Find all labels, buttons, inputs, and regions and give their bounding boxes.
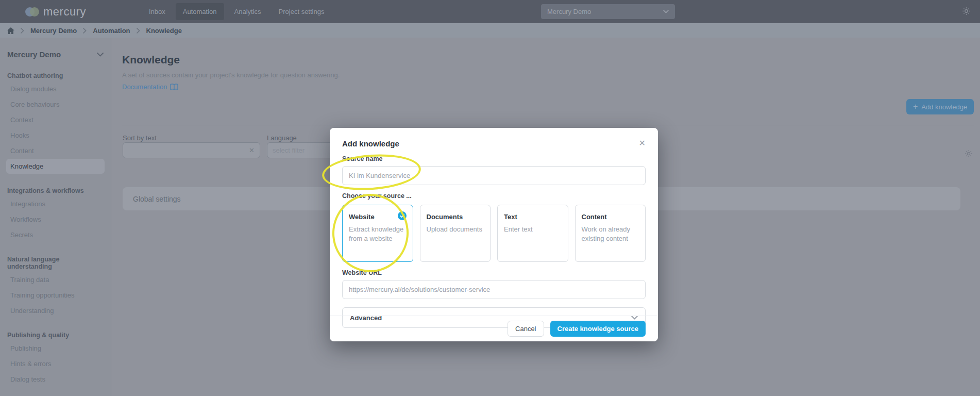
website-url-input[interactable]: https://mercury.ai/de/solutions/customer… (342, 280, 646, 299)
choose-source-label: Choose your source ... (342, 192, 646, 200)
close-icon[interactable]: ✕ (639, 139, 646, 147)
website-url-value: https://mercury.ai/de/solutions/customer… (349, 286, 490, 293)
source-card-content[interactable]: ContentWork on already existing content (575, 205, 646, 262)
modal-title: Add knowledge (342, 139, 399, 148)
source-card-description: Work on already existing content (582, 225, 639, 243)
source-card-description: Upload documents (427, 225, 484, 234)
source-card-title: Documents (427, 213, 484, 221)
selected-check-icon (398, 211, 407, 220)
cancel-button[interactable]: Cancel (508, 321, 544, 337)
source-card-title: Text (504, 213, 562, 221)
source-card-description: Enter text (504, 225, 562, 234)
source-card-text[interactable]: TextEnter text (497, 205, 568, 262)
source-card-website[interactable]: WebsiteExtract knowledge from a website (342, 205, 413, 262)
source-card-title: Content (582, 213, 639, 221)
source-name-input[interactable]: KI im Kundenservice (342, 166, 646, 185)
source-name-label: Source name (342, 155, 646, 162)
website-url-label: Website URL (342, 269, 646, 276)
source-card-description: Extract knowledge from a website (349, 225, 407, 243)
source-name-value: KI im Kundenservice (349, 172, 410, 179)
modal-footer: Cancel Create knowledge source (330, 316, 658, 341)
source-card-documents[interactable]: DocumentsUpload documents (420, 205, 491, 262)
add-knowledge-modal: Add knowledge ✕ Source name KI im Kunden… (330, 128, 658, 341)
create-knowledge-source-button[interactable]: Create knowledge source (550, 321, 646, 337)
